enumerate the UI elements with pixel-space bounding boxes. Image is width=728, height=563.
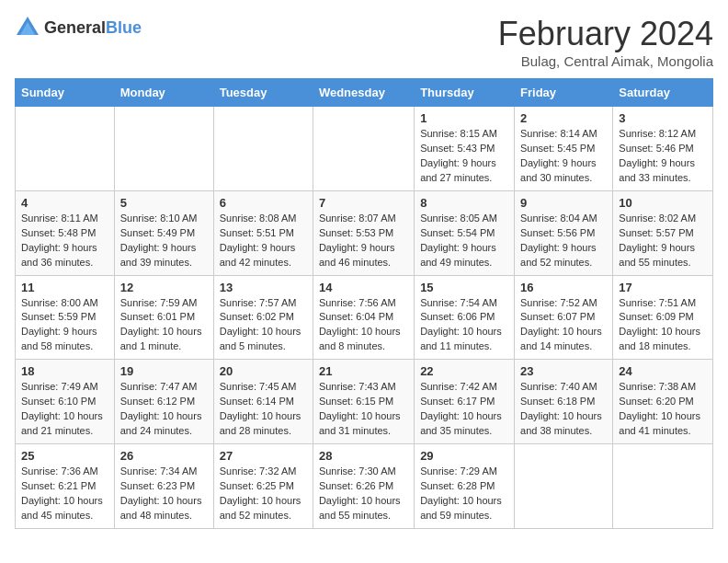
calendar-table: SundayMondayTuesdayWednesdayThursdayFrid… (15, 78, 713, 529)
calendar-cell: 15Sunrise: 7:54 AMSunset: 6:06 PMDayligh… (415, 275, 515, 360)
day-info: Sunrise: 7:38 AMSunset: 6:20 PMDaylight:… (619, 380, 707, 439)
calendar-cell: 8Sunrise: 8:05 AMSunset: 5:54 PMDaylight… (415, 190, 515, 275)
day-info: Sunrise: 7:40 AMSunset: 6:18 PMDaylight:… (520, 380, 607, 439)
calendar-header: SundayMondayTuesdayWednesdayThursdayFrid… (16, 79, 713, 107)
day-info: Sunrise: 8:04 AMSunset: 5:56 PMDaylight:… (520, 212, 607, 270)
day-number: 19 (120, 364, 208, 378)
day-number: 2 (520, 111, 607, 125)
logo: GeneralBlue (15, 15, 142, 40)
day-info: Sunrise: 7:54 AMSunset: 6:06 PMDaylight:… (420, 296, 508, 355)
calendar-cell: 13Sunrise: 7:57 AMSunset: 6:02 PMDayligh… (213, 275, 313, 360)
calendar-cell: 22Sunrise: 7:42 AMSunset: 6:17 PMDayligh… (415, 360, 515, 444)
day-header-thursday: Thursday (415, 79, 515, 107)
week-row-3: 11Sunrise: 8:00 AMSunset: 5:59 PMDayligh… (16, 275, 713, 360)
day-number: 7 (319, 196, 408, 210)
calendar-cell: 3Sunrise: 8:12 AMSunset: 5:46 PMDaylight… (613, 107, 713, 191)
day-info: Sunrise: 7:29 AMSunset: 6:28 PMDaylight:… (420, 465, 508, 523)
day-number: 9 (520, 196, 607, 210)
calendar-cell (114, 107, 213, 191)
day-info: Sunrise: 8:12 AMSunset: 5:46 PMDaylight:… (619, 127, 707, 186)
day-number: 11 (21, 281, 108, 294)
calendar-cell: 18Sunrise: 7:49 AMSunset: 6:10 PMDayligh… (16, 360, 115, 444)
day-info: Sunrise: 8:08 AMSunset: 5:51 PMDaylight:… (220, 212, 307, 270)
day-info: Sunrise: 7:57 AMSunset: 6:02 PMDaylight:… (220, 296, 307, 355)
day-info: Sunrise: 8:10 AMSunset: 5:49 PMDaylight:… (120, 212, 208, 270)
calendar-cell: 16Sunrise: 7:52 AMSunset: 6:07 PMDayligh… (515, 275, 613, 360)
day-info: Sunrise: 7:49 AMSunset: 6:10 PMDaylight:… (21, 380, 108, 439)
calendar-cell: 28Sunrise: 7:30 AMSunset: 6:26 PMDayligh… (313, 444, 414, 529)
day-info: Sunrise: 7:32 AMSunset: 6:25 PMDaylight:… (220, 465, 307, 523)
day-info: Sunrise: 8:02 AMSunset: 5:57 PMDaylight:… (619, 212, 707, 270)
calendar-cell: 14Sunrise: 7:56 AMSunset: 6:04 PMDayligh… (313, 275, 414, 360)
day-header-tuesday: Tuesday (213, 79, 313, 107)
calendar-cell (515, 444, 613, 529)
day-info: Sunrise: 7:45 AMSunset: 6:14 PMDaylight:… (220, 380, 307, 439)
calendar-cell: 10Sunrise: 8:02 AMSunset: 5:57 PMDayligh… (613, 190, 713, 275)
month-title: February 2024 (498, 15, 713, 53)
day-info: Sunrise: 7:52 AMSunset: 6:07 PMDaylight:… (520, 296, 607, 355)
calendar-cell (313, 107, 414, 191)
day-info: Sunrise: 7:42 AMSunset: 6:17 PMDaylight:… (420, 380, 508, 439)
calendar-cell: 23Sunrise: 7:40 AMSunset: 6:18 PMDayligh… (515, 360, 613, 444)
day-number: 20 (220, 364, 307, 378)
day-header-sunday: Sunday (16, 79, 115, 107)
day-number: 21 (319, 364, 408, 378)
logo-general-text: General (44, 18, 106, 37)
day-info: Sunrise: 7:34 AMSunset: 6:23 PMDaylight:… (120, 465, 208, 523)
days-of-week-row: SundayMondayTuesdayWednesdayThursdayFrid… (16, 79, 713, 107)
day-info: Sunrise: 8:07 AMSunset: 5:53 PMDaylight:… (319, 212, 408, 270)
day-number: 26 (120, 449, 208, 463)
day-info: Sunrise: 8:05 AMSunset: 5:54 PMDaylight:… (420, 212, 508, 270)
week-row-1: 1Sunrise: 8:15 AMSunset: 5:43 PMDaylight… (16, 107, 713, 191)
day-info: Sunrise: 8:00 AMSunset: 5:59 PMDaylight:… (21, 296, 108, 355)
calendar-cell: 11Sunrise: 8:00 AMSunset: 5:59 PMDayligh… (16, 275, 115, 360)
day-number: 28 (319, 449, 408, 463)
calendar-cell: 27Sunrise: 7:32 AMSunset: 6:25 PMDayligh… (213, 444, 313, 529)
calendar-cell: 17Sunrise: 7:51 AMSunset: 6:09 PMDayligh… (613, 275, 713, 360)
day-number: 18 (21, 364, 108, 378)
day-info: Sunrise: 8:11 AMSunset: 5:48 PMDaylight:… (21, 212, 108, 270)
calendar-cell: 20Sunrise: 7:45 AMSunset: 6:14 PMDayligh… (213, 360, 313, 444)
day-number: 10 (619, 196, 707, 210)
day-info: Sunrise: 7:30 AMSunset: 6:26 PMDaylight:… (319, 465, 408, 523)
calendar-cell: 29Sunrise: 7:29 AMSunset: 6:28 PMDayligh… (415, 444, 515, 529)
day-number: 24 (619, 364, 707, 378)
calendar-cell: 6Sunrise: 8:08 AMSunset: 5:51 PMDaylight… (213, 190, 313, 275)
week-row-4: 18Sunrise: 7:49 AMSunset: 6:10 PMDayligh… (16, 360, 713, 444)
day-number: 27 (220, 449, 307, 463)
day-number: 3 (619, 111, 707, 125)
day-number: 17 (619, 281, 707, 294)
day-number: 6 (220, 196, 307, 210)
day-number: 13 (220, 281, 307, 294)
day-info: Sunrise: 8:14 AMSunset: 5:45 PMDaylight:… (520, 127, 607, 186)
calendar-cell (613, 444, 713, 529)
day-header-saturday: Saturday (613, 79, 713, 107)
calendar-cell: 21Sunrise: 7:43 AMSunset: 6:15 PMDayligh… (313, 360, 414, 444)
calendar-cell (213, 107, 313, 191)
day-info: Sunrise: 7:59 AMSunset: 6:01 PMDaylight:… (120, 296, 208, 355)
calendar-cell: 1Sunrise: 8:15 AMSunset: 5:43 PMDaylight… (415, 107, 515, 191)
day-number: 22 (420, 364, 508, 378)
day-header-wednesday: Wednesday (313, 79, 414, 107)
day-info: Sunrise: 7:36 AMSunset: 6:21 PMDaylight:… (21, 465, 108, 523)
calendar-cell: 25Sunrise: 7:36 AMSunset: 6:21 PMDayligh… (16, 444, 115, 529)
header: GeneralBlue February 2024 Bulag, Central… (15, 15, 713, 69)
day-number: 5 (120, 196, 208, 210)
day-number: 29 (420, 449, 508, 463)
week-row-2: 4Sunrise: 8:11 AMSunset: 5:48 PMDaylight… (16, 190, 713, 275)
title-area: February 2024 Bulag, Central Aimak, Mong… (498, 15, 713, 69)
location-subtitle: Bulag, Central Aimak, Mongolia (498, 53, 713, 69)
calendar-cell: 2Sunrise: 8:14 AMSunset: 5:45 PMDaylight… (515, 107, 613, 191)
calendar-cell: 5Sunrise: 8:10 AMSunset: 5:49 PMDaylight… (114, 190, 213, 275)
day-number: 25 (21, 449, 108, 463)
day-info: Sunrise: 8:15 AMSunset: 5:43 PMDaylight:… (420, 127, 508, 186)
day-info: Sunrise: 7:47 AMSunset: 6:12 PMDaylight:… (120, 380, 208, 439)
day-number: 15 (420, 281, 508, 294)
day-number: 12 (120, 281, 208, 294)
calendar-cell: 9Sunrise: 8:04 AMSunset: 5:56 PMDaylight… (515, 190, 613, 275)
generalblue-logo-icon (15, 15, 40, 40)
day-info: Sunrise: 7:56 AMSunset: 6:04 PMDaylight:… (319, 296, 408, 355)
day-info: Sunrise: 7:43 AMSunset: 6:15 PMDaylight:… (319, 380, 408, 439)
day-number: 14 (319, 281, 408, 294)
calendar-body: 1Sunrise: 8:15 AMSunset: 5:43 PMDaylight… (16, 107, 713, 529)
